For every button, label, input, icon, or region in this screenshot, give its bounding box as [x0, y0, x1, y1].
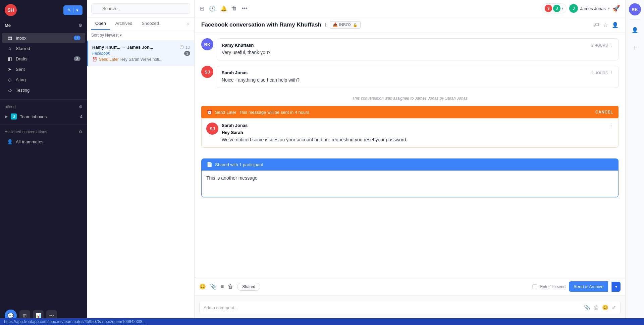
- sidebar-item-label: Inbox: [16, 36, 71, 41]
- more-toolbar-icon[interactable]: •••: [242, 5, 248, 11]
- comment-expand-icon[interactable]: ⤢: [612, 305, 616, 311]
- formatting-icon[interactable]: ≡: [221, 284, 224, 290]
- conv-from: Ramy Khuff...: [92, 45, 120, 50]
- sidebar-item-starred[interactable]: ☆ Starred: [2, 43, 85, 53]
- sidebar-item-label: Drafts: [16, 56, 71, 61]
- comment-placeholder: Add a comment...: [204, 305, 584, 310]
- msg-1-content: Ramy Khuffash 2 HOURS ⋮ Very useful, tha…: [217, 38, 619, 60]
- compose-toolbar: 😊 📎 ≡ 🗑 Shared "Enter" to send Send & Ar…: [195, 278, 625, 295]
- msg-1-more-icon[interactable]: ⋮: [610, 43, 613, 47]
- testing-icon: ◇: [7, 87, 13, 93]
- sort-button[interactable]: Sort by Newest ▾: [91, 33, 122, 38]
- current-user[interactable]: J James Jonas ▾: [569, 4, 610, 13]
- msg-1-text: Very useful, thank you?: [222, 49, 613, 56]
- msg-1-sender: Ramy Khuffash: [222, 43, 254, 48]
- team-inboxes-label: Team inboxes: [20, 114, 77, 119]
- inbox-icon: ▤: [7, 35, 13, 41]
- comment-emoji-icon[interactable]: 😊: [602, 305, 608, 311]
- right-panel-avatar[interactable]: RK: [629, 3, 641, 15]
- sidebar-item-drafts[interactable]: ◧ Drafts 3: [2, 54, 85, 64]
- uifeed-settings-icon[interactable]: ⚙: [79, 104, 83, 109]
- search-bar: 🔍: [87, 0, 194, 17]
- msg-1-header: Ramy Khuffash 2 HOURS ⋮: [222, 43, 613, 48]
- team-badge: 4: [80, 114, 83, 119]
- sidebar-item-a-tag[interactable]: ◇ A tag: [2, 75, 85, 85]
- send-archive-chevron[interactable]: ▾: [611, 282, 621, 292]
- sidebar-item-all-teammates[interactable]: 👤 All teammates: [2, 137, 85, 147]
- user-chevron-icon: ▾: [608, 6, 610, 11]
- emoji-icon[interactable]: 😊: [199, 283, 206, 290]
- comment-input-row: Add a comment... 📎 @ 😊 ⤢: [199, 299, 621, 316]
- title-icons: 🏷 ☆ 👤: [594, 22, 619, 28]
- search-input[interactable]: [91, 3, 190, 14]
- conversation-title: Facebook conversation with Ramy Khuffash: [201, 21, 321, 28]
- conversations-panel: 🔍 Open Archived Snoozed › Sort by Newest…: [87, 0, 195, 325]
- msg-1-box: Ramy Khuffash 2 HOURS ⋮ Very useful, tha…: [217, 38, 619, 60]
- compose-button[interactable]: ✎ ▾: [63, 5, 83, 15]
- msg-2-time-text: 2 HOURS: [591, 71, 608, 75]
- bell-toolbar-icon[interactable]: 🔔: [220, 5, 227, 12]
- conv-source-label: Facebook: [92, 51, 110, 56]
- conversation-toolbar: ⊟ 🕐 🔔 🗑 ••• S J ▾ J James Jonas ▾ 🚀: [195, 0, 625, 17]
- bookmark-icon[interactable]: 🏷: [594, 22, 599, 28]
- right-panel-add-icon[interactable]: +: [633, 44, 637, 52]
- send-later-msg-header: Sarah Jonas ⋮: [222, 123, 613, 128]
- tab-archived[interactable]: Archived: [111, 17, 137, 30]
- msg-2-content: Sarah Jonas 2 HOURS ⋮ Noice - anything e…: [217, 66, 619, 88]
- user-switcher[interactable]: S J ▾: [542, 3, 567, 13]
- rocket-icon[interactable]: 🚀: [612, 5, 620, 12]
- sidebar-item-testing[interactable]: ◇ Testing: [2, 85, 85, 95]
- team-inboxes-item[interactable]: ▶ U Team inboxes 4: [0, 111, 87, 122]
- archive-toolbar-icon[interactable]: ⊟: [200, 5, 204, 12]
- conversation-list-item[interactable]: Ramy Khuff... → James Jon... 🕐 1D Facebo…: [87, 41, 194, 66]
- clock-icon: 🕐: [179, 45, 184, 49]
- status-bar: https://app.frontapp.com/inboxes/teammat…: [0, 318, 644, 325]
- tab-open[interactable]: Open: [91, 17, 110, 30]
- send-later-banner: ⏰ Send Later This message will be sent i…: [201, 106, 619, 118]
- sidebar: SH ✎ ▾ Me ⚙ ▤ Inbox 1 ☆ Starred ◧ Drafts…: [0, 0, 87, 325]
- compose-trash-icon[interactable]: 🗑: [228, 284, 233, 290]
- snooze-toolbar-icon[interactable]: 🕐: [209, 5, 216, 12]
- comment-mention-icon[interactable]: @: [594, 305, 599, 311]
- team-u-icon: U: [11, 113, 17, 120]
- send-archive-button[interactable]: Send & Archive: [569, 281, 608, 292]
- send-later-cancel-button[interactable]: CANCEL: [595, 110, 613, 114]
- send-later-avatar: SJ: [206, 123, 218, 135]
- sidebar-item-sent[interactable]: ➤ Sent: [2, 64, 85, 74]
- sidebar-item-inbox[interactable]: ▤ Inbox 1: [2, 33, 85, 43]
- assigned-section: Assigned conversations ⚙ 👤 All teammates: [0, 127, 87, 148]
- drafts-badge: 3: [74, 56, 80, 61]
- shared-pill-button[interactable]: Shared: [237, 283, 260, 291]
- me-settings-icon[interactable]: ⚙: [78, 23, 83, 28]
- assigned-settings-icon[interactable]: ⚙: [79, 130, 83, 134]
- conv-to: James Jon...: [127, 45, 153, 50]
- enter-send-label: "Enter" to send: [539, 284, 566, 289]
- filter-tab-more-icon[interactable]: ›: [186, 18, 190, 30]
- person-icon[interactable]: 👤: [612, 22, 619, 28]
- tab-snoozed[interactable]: Snoozed: [138, 17, 163, 30]
- enter-send-checkbox[interactable]: [532, 284, 537, 289]
- trash-toolbar-icon[interactable]: 🗑: [232, 5, 237, 11]
- switcher-chevron-icon: ▾: [561, 6, 564, 11]
- msg-1-time: 2 HOURS ⋮: [591, 43, 613, 47]
- info-icon[interactable]: ℹ: [325, 22, 326, 28]
- sidebar-header: SH ✎ ▾: [0, 0, 87, 20]
- right-panel-person-icon[interactable]: 👤: [629, 24, 641, 36]
- conv-arrow-icon: →: [122, 45, 126, 50]
- uifeed-label: uifeed: [5, 104, 16, 109]
- star-icon[interactable]: ☆: [603, 22, 608, 28]
- send-later-more-icon[interactable]: ⋮: [609, 123, 613, 128]
- attachment-icon[interactable]: 📎: [210, 283, 217, 290]
- comment-input-wrap: Add a comment... 📎 @ 😊 ⤢: [199, 301, 621, 314]
- search-wrap: 🔍: [91, 3, 190, 14]
- comment-attach-icon[interactable]: 📎: [584, 305, 590, 311]
- drafts-icon: ◧: [7, 56, 13, 61]
- sarah-avatar: SJ: [201, 66, 213, 78]
- message-2: SJ Sarah Jonas 2 HOURS ⋮ Noice - anythin…: [201, 66, 619, 88]
- shared-message-area[interactable]: This is another message: [201, 171, 619, 197]
- msg-2-more-icon[interactable]: ⋮: [610, 71, 613, 75]
- assignment-note: This conversation was assigned to James …: [201, 96, 619, 101]
- msg-1-time-text: 2 HOURS: [591, 43, 608, 47]
- enter-send: "Enter" to send: [532, 284, 566, 289]
- shared-message-text: This is another message: [206, 175, 613, 181]
